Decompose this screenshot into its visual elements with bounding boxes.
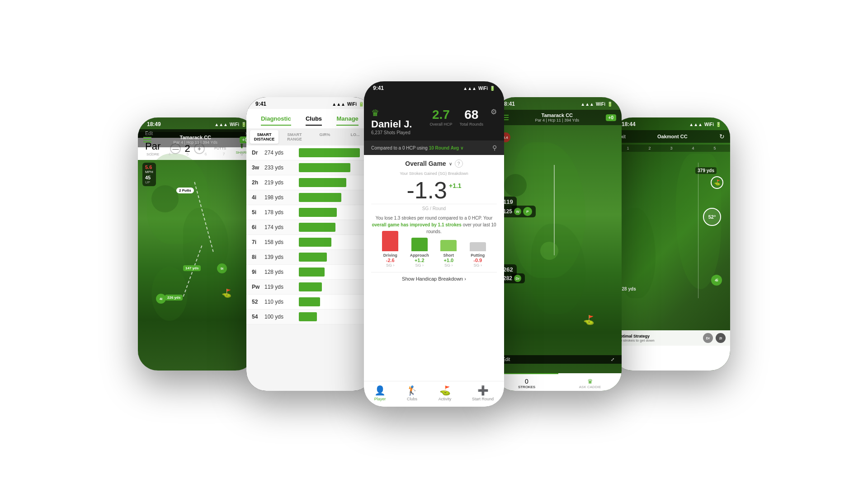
club-row-5i[interactable]: 5i 178 yds › <box>246 205 373 220</box>
player-header-3: ♛ Daniel J. 6,237 Shots Played 2.7 Overa… <box>364 93 504 141</box>
refresh-button-5[interactable]: ↻ <box>719 133 725 140</box>
menu-button-1[interactable] <box>143 137 151 142</box>
club-row-2h[interactable]: 2h 219 yds › <box>246 175 373 190</box>
rounds-block-3: 68 Total Rounds <box>459 108 483 127</box>
signal-5: ▲▲▲ WiFi 🔋 <box>689 122 721 127</box>
info-button-3[interactable]: ? <box>455 160 463 168</box>
overall-game-section-3: Overall Game ∨ ? Your Strokes Gained (SG… <box>364 155 504 290</box>
nav-clubs-3[interactable]: 🏌 Clubs <box>406 385 418 401</box>
sg-bar-short: Short +1.0 SG › <box>434 240 463 267</box>
course-header-1: Tamarack CC Par 4 | Hcp 11 | 394 Yds +0 <box>138 132 255 147</box>
signal-2: ▲▲▲ WiFi 🔋 <box>332 102 364 107</box>
overall-game-header-3: Overall Game ∨ ? <box>371 160 497 168</box>
flag-icon-4: ⛳ <box>583 314 594 325</box>
score-badge-4: +0 <box>606 114 616 121</box>
opt-club-2i-5: 2i <box>716 333 726 343</box>
subtab-smart-distance[interactable]: SMART DISTANCE <box>250 130 278 144</box>
bar-link-approach[interactable]: SG › <box>415 263 424 267</box>
hole-nums-5: 1 2 3 4 5 <box>613 145 730 152</box>
club-row-9i[interactable]: 9i 128 yds › <box>246 265 373 280</box>
show-hcp-btn-3[interactable]: Show Handicap Breakdown › <box>371 272 497 285</box>
bar-putting <box>470 242 486 251</box>
clubs-header-2: Diagnostic Clubs Manage SMART DISTANCE S… <box>246 109 373 145</box>
tab-clubs[interactable]: Clubs <box>306 115 322 126</box>
bar-short <box>440 240 457 251</box>
clubs-nav-label-3: Clubs <box>407 397 417 401</box>
time-1: 18:49 <box>147 121 161 127</box>
tab-strokes-4[interactable]: 0 STROKES <box>495 373 558 391</box>
bar-driving <box>382 231 398 251</box>
course-name-5: Oakmont CC <box>657 134 688 139</box>
opt-club-dr-5: Dr <box>703 333 713 343</box>
optimal-clubs-5: Dr 2i <box>703 333 726 343</box>
club-9i-1: 9i <box>217 263 227 273</box>
phone-1: 18:49 ▲▲▲ WiFi 🔋 Tamarack CC Par 4 | Hcp… <box>138 117 255 371</box>
nav-activity-3[interactable]: ⛳ Activity <box>439 385 452 401</box>
club-row-6i[interactable]: 6i 174 yds › <box>246 220 373 235</box>
course-header-5: Exit Oakmont CC ↻ <box>613 130 730 143</box>
time-4: 8:41 <box>504 101 515 107</box>
course-name-block-5: Oakmont CC <box>657 134 688 139</box>
bottom-bar-5 <box>613 346 730 371</box>
club-row-54[interactable]: 54 100 yds › <box>246 310 373 324</box>
club-row-4i[interactable]: 4i 198 yds › <box>246 190 373 205</box>
sg-improvement-3: +1.1 <box>449 182 462 189</box>
angle-badge-5: 52° <box>703 208 721 226</box>
phones-container: 18:49 ▲▲▲ WiFi 🔋 Tamarack CC Par 4 | Hcp… <box>0 0 868 488</box>
club-row-3w[interactable]: 3w 233 yds › <box>246 160 373 175</box>
tab-manage[interactable]: Manage <box>336 115 358 126</box>
club-P-4: P <box>523 207 532 216</box>
club-row-52[interactable]: 52 110 yds › <box>246 295 373 310</box>
wind-info-1: 5.6 MPH 45 UP <box>142 163 156 186</box>
player-stats-3: 2.7 Overall HCP 68 Total Rounds ⚙ <box>429 108 497 127</box>
crown-logo-3: ♛ <box>371 108 412 118</box>
tab-diagnostic[interactable]: Diagnostic <box>261 115 291 126</box>
sg-bar-putting: Putting -0.9 SG › <box>463 242 493 267</box>
phone-2: 9:41 ▲▲▲ WiFi 🔋 Diagnostic Clubs Manage … <box>246 97 373 391</box>
bar-link-driving[interactable]: SG › <box>386 263 395 267</box>
bar-link-putting[interactable]: SG › <box>473 263 482 267</box>
settings-icon-3[interactable]: ⚙ <box>491 108 497 116</box>
status-bar-5: 18:44 ▲▲▲ WiFi 🔋 <box>613 117 730 129</box>
filter-icon-3[interactable]: ⚲ <box>492 144 497 151</box>
hcp-filter-highlight-3: 10 Round Avg ∨ <box>429 145 463 150</box>
dist-147: 147 yds <box>183 265 201 271</box>
bar-value-short: +1.0 <box>443 258 453 263</box>
bar-value-driving: -2.6 <box>386 258 395 263</box>
club-row-8i[interactable]: 8i 139 yds › <box>246 250 373 265</box>
optimal-text-5: Optimal Strategy 4.5 strokes to get down <box>617 334 655 343</box>
course-info-1: Par 4 | Hcp 11 | 394 Yds <box>174 140 218 145</box>
dist-226: 226 yds <box>165 295 183 300</box>
sg-main-value-3: -1.3 +1.1 <box>371 178 497 202</box>
bar-value-approach: +1.2 <box>415 258 425 263</box>
subtab-smart-range[interactable]: SMART RANGE <box>280 130 309 144</box>
subtab-gir[interactable]: GIR% <box>311 130 339 144</box>
bar-link-short[interactable]: SG › <box>444 263 453 267</box>
club-row-Pw[interactable]: Pw 119 yds › <box>246 280 373 295</box>
club-4i-5: 4i <box>711 275 722 286</box>
sg-breakdown-title-3: Your Strokes Gained (SG) Breakdown <box>371 171 497 176</box>
edit-bar-4: Edit ⤢ <box>495 355 622 364</box>
status-bar-4: 8:41 ▲▲▲ WiFi 🔋 <box>495 97 622 109</box>
club-4i-1: 4i <box>156 294 166 304</box>
phone-4: 8:41 ▲▲▲ WiFi 🔋 Tamarack CC Par 4 | Hcp … <box>495 97 622 391</box>
club-row-7i[interactable]: 7i 158 yds › <box>246 235 373 250</box>
optimal-title-5: Optimal Strategy <box>617 334 655 338</box>
nav-player-3[interactable]: 👤 Player <box>374 385 386 401</box>
status-bar-2: 9:41 ▲▲▲ WiFi 🔋 <box>246 97 373 109</box>
tab-ask-caddie-4[interactable]: ♛ ASK CADDIE <box>558 373 622 391</box>
optimal-strategy-bar-5: Optimal Strategy 4.5 strokes to get down… <box>613 330 730 346</box>
club-row-Dr[interactable]: Dr 274 yds › <box>246 145 373 160</box>
activity-nav-icon-3: ⛳ <box>439 385 451 396</box>
course-name-block-4: Tamarack CC Par 4 | Hcp 11 | 394 Yds <box>535 113 580 122</box>
chevron-down-3[interactable]: ∨ <box>449 161 452 166</box>
expand-button-4[interactable]: ⤢ <box>611 357 614 362</box>
status-bar-1: 18:49 ▲▲▲ WiFi 🔋 <box>138 117 255 129</box>
hole-numbers-1: 3 4 5 6 7 8 <box>138 152 255 156</box>
shots-played-3: 6,237 Shots Played <box>371 130 412 135</box>
nav-start-round-3[interactable]: ➕ Start Round <box>472 385 494 401</box>
clubs-nav-icon-3: 🏌 <box>406 385 418 396</box>
signal-4: ▲▲▲ WiFi 🔋 <box>580 102 613 107</box>
bar-label-approach: Approach <box>410 253 429 258</box>
player-nav-icon-3: 👤 <box>374 385 386 396</box>
